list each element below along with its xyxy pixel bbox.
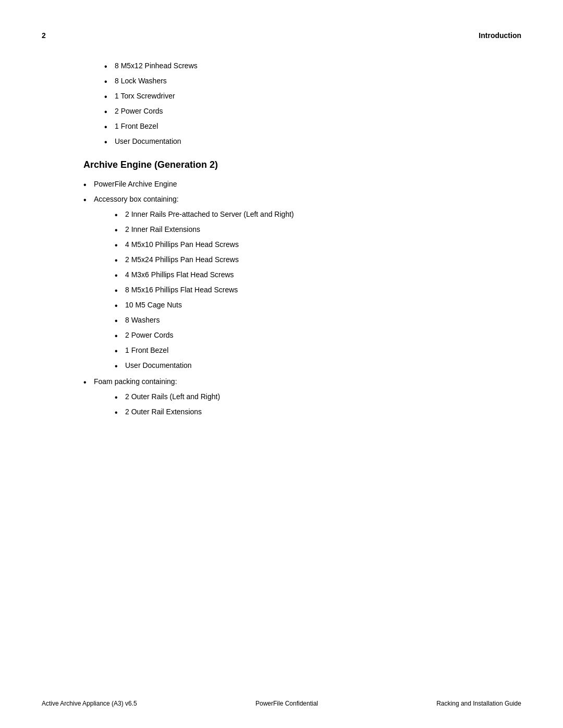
- list-item: 8 M5x16 Phillips Flat Head Screws: [115, 285, 490, 295]
- list-item: 2 Power Cords: [115, 330, 490, 341]
- list-item: 4 M5x10 Phillips Pan Head Screws: [115, 239, 490, 250]
- page-number: 2: [42, 31, 46, 40]
- list-item: 8 Washers: [115, 315, 490, 326]
- list-item: 10 M5 Cage Nuts: [115, 300, 490, 311]
- list-item: 8 M5x12 Pinhead Screws: [104, 60, 490, 71]
- list-item: 2 Inner Rail Extensions: [115, 224, 490, 235]
- header-title: Introduction: [479, 31, 521, 40]
- list-item: 1 Front Bezel: [104, 121, 490, 132]
- section-heading: Archive Engine (Generation 2): [83, 159, 490, 170]
- accessory-sub-list: 2 Inner Rails Pre-attached to Server (Le…: [115, 209, 490, 371]
- list-item-accessory: Accessory box containing: 2 Inner Rails …: [83, 194, 490, 371]
- list-item: PowerFile Archive Engine: [83, 179, 490, 190]
- list-item: User Documentation: [104, 136, 490, 147]
- footer-center: PowerFile Confidential: [255, 700, 318, 707]
- list-item: 8 Lock Washers: [104, 76, 490, 87]
- list-item: 2 Outer Rail Extensions: [115, 406, 490, 417]
- footer-left: Active Archive Appliance (A3) v6.5: [42, 700, 137, 707]
- footer-right: Racking and Installation Guide: [436, 700, 521, 707]
- list-item-foam: Foam packing containing: 2 Outer Rails (…: [83, 376, 490, 417]
- section-top-list: PowerFile Archive Engine Accessory box c…: [83, 179, 490, 417]
- list-item: 2 Inner Rails Pre-attached to Server (Le…: [115, 209, 490, 220]
- list-item: 1 Torx Screwdriver: [104, 91, 490, 102]
- page: 2 Introduction 8 M5x12 Pinhead Screws 8 …: [0, 0, 563, 728]
- list-item: 4 M3x6 Phillips Flat Head Screws: [115, 269, 490, 280]
- list-item: User Documentation: [115, 360, 490, 371]
- list-item: 2 Power Cords: [104, 106, 490, 117]
- main-content: 8 M5x12 Pinhead Screws 8 Lock Washers 1 …: [42, 60, 521, 417]
- top-bullet-list: 8 M5x12 Pinhead Screws 8 Lock Washers 1 …: [104, 60, 490, 147]
- list-item: 2 M5x24 Phillips Pan Head Screws: [115, 254, 490, 265]
- footer: Active Archive Appliance (A3) v6.5 Power…: [42, 700, 521, 707]
- list-item: 1 Front Bezel: [115, 345, 490, 356]
- foam-sub-list: 2 Outer Rails (Left and Right) 2 Outer R…: [115, 391, 490, 417]
- header-bar: 2 Introduction: [42, 31, 521, 40]
- list-item: 2 Outer Rails (Left and Right): [115, 391, 490, 402]
